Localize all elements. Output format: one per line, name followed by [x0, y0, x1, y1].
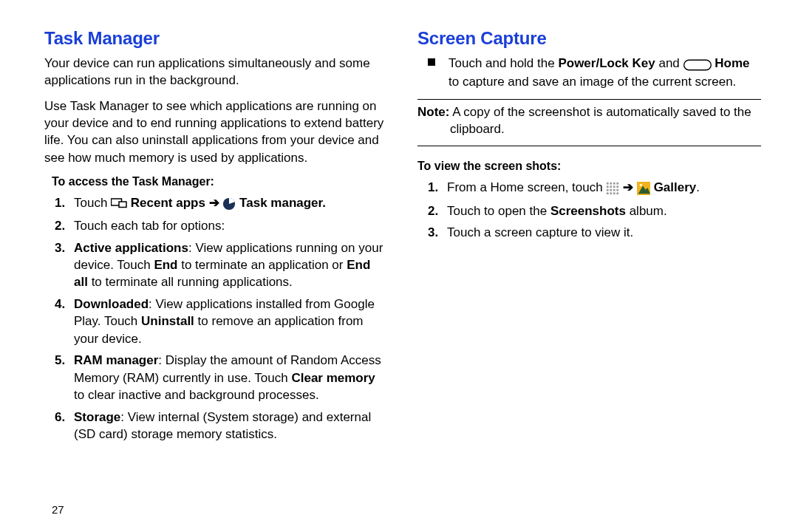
note-text-line2: clipboard. — [417, 121, 761, 138]
arrow-icon: ➔ — [623, 180, 633, 194]
manual-page: Task Manager Your device can run applica… — [0, 0, 798, 532]
svg-rect-17 — [610, 192, 613, 194]
svg-rect-8 — [607, 185, 609, 188]
pie-chart-icon — [222, 196, 236, 213]
svg-rect-11 — [617, 185, 619, 188]
gallery-icon — [637, 180, 650, 197]
label-storage: Storage — [74, 410, 120, 424]
svg-rect-5 — [610, 183, 613, 185]
tm-step-2: Touch each tab for options: — [55, 217, 384, 234]
label-downloaded: Downloaded — [74, 297, 149, 311]
svg-rect-12 — [607, 189, 609, 191]
svg-rect-6 — [613, 183, 615, 185]
label-clear-memory: Clear memory — [291, 371, 375, 385]
tm-step-4: Downloaded: View applications installed … — [55, 296, 384, 347]
arrow-icon: ➔ — [209, 196, 219, 210]
view-screenshots-subheading: To view the screen shots: — [417, 160, 761, 173]
tm-step-5: RAM manager: Display the amount of Rando… — [55, 352, 384, 403]
svg-rect-16 — [607, 192, 609, 194]
svg-rect-13 — [610, 189, 613, 191]
task-manager-heading: Task Manager — [44, 28, 384, 49]
svg-rect-14 — [613, 189, 615, 191]
label-active-applications: Active applications — [74, 241, 188, 255]
recent-apps-icon — [111, 196, 127, 213]
page-number: 27 — [52, 503, 64, 516]
text-recent-apps: Recent apps — [131, 196, 209, 210]
label-end: End — [154, 258, 177, 272]
svg-rect-4 — [607, 183, 609, 185]
svg-rect-10 — [613, 185, 615, 188]
task-manager-intro-1: Your device can run applications simulta… — [44, 55, 384, 89]
note-label: Note: — [417, 105, 449, 119]
access-task-manager-subheading: To access the Task Manager: — [52, 175, 384, 188]
tm-step-3: Active applications: View applications r… — [55, 239, 384, 291]
tm-step-6: Storage: View internal (System storage) … — [55, 409, 384, 443]
note-block: Note: A copy of the screenshot is automa… — [417, 99, 761, 146]
svg-rect-3 — [683, 60, 711, 70]
task-manager-intro-2: Use Task Manager to see which applicatio… — [44, 98, 384, 166]
label-gallery: Gallery — [654, 180, 697, 194]
label-screenshots: Screenshots — [550, 204, 626, 218]
svg-rect-19 — [617, 192, 619, 194]
label-uninstall: Uninstall — [141, 314, 194, 328]
svg-rect-15 — [617, 189, 619, 191]
label-ram-manager: RAM manager — [74, 353, 158, 367]
screen-capture-heading: Screen Capture — [417, 28, 761, 49]
home-button-icon — [683, 56, 712, 73]
label-home: Home — [715, 56, 749, 70]
ss-step-3: Touch a screen capture to view it. — [428, 224, 761, 241]
left-column: Task Manager Your device can run applica… — [44, 28, 403, 532]
screen-capture-instruction: Touch and hold the Power/Lock Key and Ho… — [426, 55, 761, 90]
svg-rect-18 — [613, 192, 615, 194]
ss-step-1: From a Home screen, touch ➔ — [428, 179, 761, 197]
text-touch: Touch — [74, 196, 111, 210]
svg-point-21 — [639, 184, 642, 187]
ss-step-2: Touch to open the Screenshots album. — [428, 202, 761, 219]
svg-rect-7 — [617, 183, 619, 185]
svg-rect-9 — [610, 185, 613, 188]
label-power-lock: Power/Lock Key — [558, 56, 655, 70]
tm-step-1: Touch Recent apps ➔ Task manager. — [55, 194, 384, 213]
text-task-manager: Task manager. — [239, 196, 326, 210]
apps-grid-icon — [606, 180, 619, 197]
note-text-line1: A copy of the screenshot is automaticall… — [449, 105, 751, 119]
svg-rect-1 — [119, 202, 126, 208]
right-column: Screen Capture Touch and hold the Power/… — [403, 28, 761, 532]
